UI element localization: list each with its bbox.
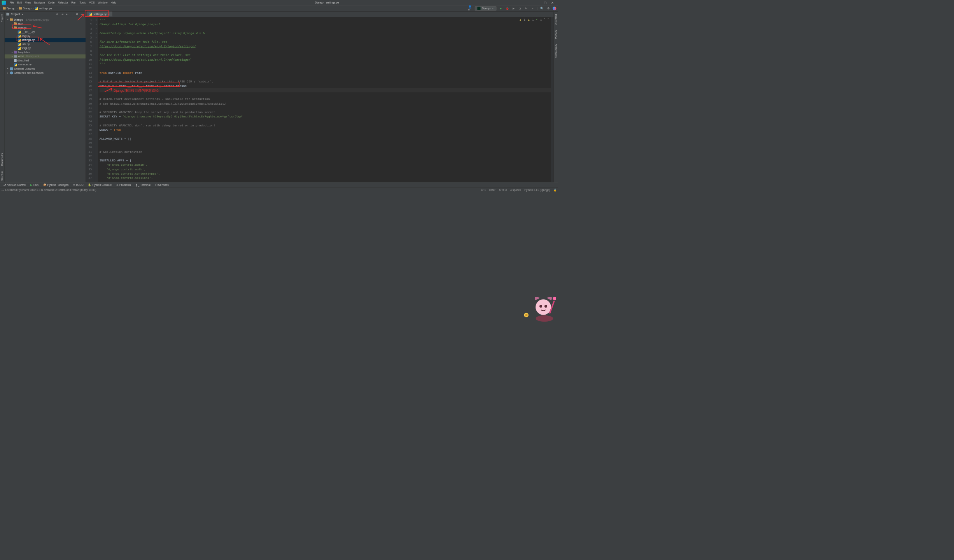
lock-icon[interactable]: 🔒 bbox=[553, 189, 557, 192]
tool-terminal[interactable]: ❯_Terminal bbox=[134, 183, 152, 187]
maximize-button[interactable]: ▢ bbox=[544, 1, 547, 4]
breadcrumb-pkg[interactable]: Django bbox=[18, 7, 32, 10]
editor-body[interactable]: 12345678910 11121314151617181920 2122232… bbox=[86, 17, 554, 182]
file-encoding[interactable]: UTF-8 bbox=[499, 189, 507, 192]
stop-button[interactable]: ■ bbox=[530, 6, 535, 10]
profile-button[interactable]: ◔ bbox=[518, 6, 522, 10]
menu-code[interactable]: Code bbox=[47, 0, 56, 5]
error-stripe[interactable] bbox=[551, 17, 553, 182]
locate-icon[interactable]: ⊕ bbox=[56, 12, 59, 16]
tree-root[interactable]: ▾ Django E:\Software\Django bbox=[5, 18, 86, 22]
menu-edit[interactable]: Edit bbox=[16, 0, 23, 5]
tool-python-console[interactable]: 🐍Python Console bbox=[86, 183, 114, 187]
expand-icon[interactable]: ▸ bbox=[7, 72, 9, 74]
tab-options-icon[interactable]: ⋮ bbox=[550, 12, 552, 16]
pycharm-logo-icon bbox=[2, 0, 6, 5]
tree-ext-libs[interactable]: ▸ External Libraries bbox=[5, 66, 86, 71]
editor-tab-settings[interactable]: settings.py × bbox=[87, 12, 112, 17]
settings-icon[interactable]: ⚙ bbox=[546, 6, 551, 10]
scratch-icon bbox=[10, 71, 13, 74]
menu-view[interactable]: View bbox=[24, 0, 32, 5]
toolwindow-toggle-icon[interactable]: ▭ bbox=[2, 189, 4, 192]
menu-help[interactable]: Help bbox=[109, 0, 117, 5]
expand-icon[interactable]: ▸ bbox=[11, 55, 13, 58]
sidetab-sciview[interactable]: SciView bbox=[554, 29, 558, 40]
menu-run[interactable]: Run bbox=[70, 0, 78, 5]
fold-gutter[interactable]: ⊟ ⊥ ⊟ ⊟ ⊟ bbox=[95, 17, 98, 182]
tool-todo[interactable]: ≡TODO bbox=[71, 183, 85, 187]
tool-problems[interactable]: ⊘Problems bbox=[114, 183, 133, 187]
settings-icon[interactable]: ⚙ bbox=[75, 12, 79, 16]
python-file-icon bbox=[14, 63, 17, 66]
indent-setting[interactable]: 4 spaces bbox=[510, 189, 521, 192]
expand-icon[interactable]: ▸ bbox=[7, 68, 9, 70]
breadcrumb-root[interactable]: Django bbox=[2, 7, 16, 10]
title-bar: File Edit View Navigate Code Refactor Ru… bbox=[0, 0, 558, 5]
expand-icon[interactable]: ▾ bbox=[7, 18, 9, 21]
coverage-button[interactable]: ▶̣ bbox=[511, 6, 516, 10]
menu-file[interactable]: File bbox=[8, 0, 15, 5]
tree-wsgi[interactable]: wsgi.py bbox=[5, 46, 86, 51]
tool-run[interactable]: ▶Run bbox=[29, 183, 40, 187]
line-separator[interactable]: CRLF bbox=[489, 189, 496, 192]
sidetab-project[interactable]: Project bbox=[0, 13, 4, 23]
add-user-icon[interactable]: 👤▾ bbox=[468, 6, 473, 10]
tool-services[interactable]: ⬡Services bbox=[153, 183, 170, 187]
menu-window[interactable]: Window bbox=[96, 0, 109, 5]
search-icon[interactable]: 🔍 bbox=[540, 6, 544, 10]
project-title[interactable]: Project bbox=[11, 12, 20, 16]
menu-vcs[interactable]: VCS bbox=[88, 0, 96, 5]
tree-init[interactable]: __init__.py bbox=[5, 30, 86, 34]
breadcrumb-file[interactable]: settings.py bbox=[34, 7, 53, 10]
attach-button[interactable]: ⇆ bbox=[524, 6, 529, 10]
inspection-badges[interactable]: ▲1 ▲1 ✔1 ˄ ˅ bbox=[515, 18, 553, 21]
tree-django-pkg[interactable]: ▾ Django bbox=[5, 26, 86, 30]
svg-point-6 bbox=[524, 313, 529, 317]
run-button[interactable]: ▶ bbox=[499, 6, 503, 10]
tree-manage[interactable]: manage.py bbox=[5, 63, 86, 67]
chevron-right-icon: › bbox=[33, 7, 33, 10]
python-file-icon bbox=[18, 47, 21, 50]
tool-python-packages[interactable]: 📦Python Packages bbox=[41, 183, 70, 187]
chevron-down-icon[interactable]: ▼ bbox=[21, 13, 23, 16]
avatar-icon[interactable] bbox=[553, 7, 556, 10]
hide-icon[interactable]: — bbox=[81, 12, 84, 16]
close-button[interactable]: ✕ bbox=[551, 1, 554, 4]
sidetab-notifications[interactable]: Notifications bbox=[554, 42, 558, 59]
interpreter[interactable]: Python 3.11 (Django) bbox=[524, 189, 550, 192]
debug-button[interactable]: 🐞 bbox=[505, 6, 509, 10]
expand-all-icon[interactable]: ⇥ bbox=[61, 12, 64, 16]
sidetab-database[interactable]: Database bbox=[554, 13, 558, 26]
problems-icon: ⊘ bbox=[116, 184, 119, 187]
menu-refactor[interactable]: Refactor bbox=[56, 0, 70, 5]
minimize-button[interactable]: — bbox=[536, 1, 539, 4]
sidetab-structure[interactable]: Structure bbox=[0, 169, 4, 182]
tree-scratches[interactable]: ▸ Scratches and Consoles bbox=[5, 71, 86, 75]
tree-item-label: __init__.py bbox=[22, 30, 35, 33]
tree-item-label: External Libraries bbox=[14, 67, 35, 70]
tree-settings[interactable]: settings.py bbox=[5, 38, 86, 42]
expand-icon[interactable]: ▸ bbox=[11, 51, 13, 54]
tool-version-control[interactable]: ⎇Version Control bbox=[2, 183, 28, 187]
menu-navigate[interactable]: Navigate bbox=[33, 0, 46, 5]
tree-db[interactable]: db.sqlite3 bbox=[5, 58, 86, 63]
tree-asgi[interactable]: asgi.py bbox=[5, 34, 86, 38]
status-message[interactable]: Localized PyCharm 2022.1.3 is available … bbox=[5, 189, 96, 192]
svg-rect-4 bbox=[549, 301, 555, 314]
run-config-selector[interactable]: Django ▼ bbox=[475, 6, 497, 11]
project-tree[interactable]: ▾ Django E:\Software\Django ▸ app ▾ Djan… bbox=[5, 17, 86, 75]
menu-tools[interactable]: Tools bbox=[78, 0, 87, 5]
inspection-up-icon[interactable]: ˄ bbox=[544, 18, 546, 21]
close-tab-icon[interactable]: × bbox=[108, 12, 110, 16]
expand-icon[interactable]: ▸ bbox=[11, 23, 13, 25]
tree-urls[interactable]: urls.py bbox=[5, 42, 86, 46]
code-area[interactable]: """ Django settings for Django project. … bbox=[98, 17, 551, 182]
caret-position[interactable]: 17:1 bbox=[480, 189, 486, 192]
inspection-down-icon[interactable]: ˅ bbox=[548, 18, 549, 21]
tree-app[interactable]: ▸ app bbox=[5, 22, 86, 26]
collapse-all-icon[interactable]: ⇤ bbox=[65, 12, 68, 16]
tree-templates[interactable]: ▸ templates bbox=[5, 50, 86, 54]
expand-icon[interactable]: ▾ bbox=[11, 26, 13, 29]
tree-venv[interactable]: ▸ venv library root bbox=[5, 54, 86, 59]
sidetab-bookmarks[interactable]: Bookmarks bbox=[0, 152, 4, 167]
